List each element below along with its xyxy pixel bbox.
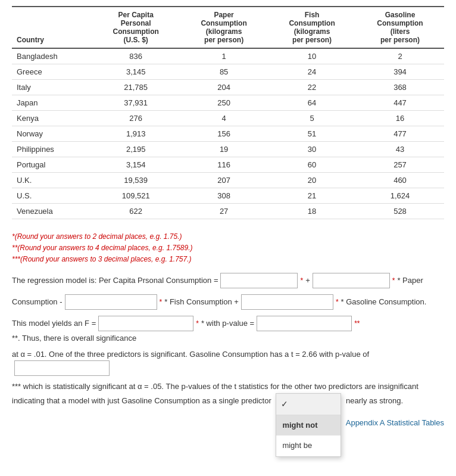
value-cell: 1,624	[356, 188, 444, 204]
country-cell: Portugal	[12, 157, 92, 173]
star-2: *	[392, 276, 395, 285]
value-cell: 27	[180, 204, 268, 219]
value-cell: 460	[356, 173, 444, 188]
gasoline-label: * Gasoline Consumption.	[341, 297, 427, 306]
star-3: *	[160, 298, 163, 306]
value-cell: 156	[180, 126, 268, 142]
value-cell: 21	[268, 188, 356, 204]
consumption-table: Country Per CapitaPersonalConsumption(U.…	[12, 6, 444, 219]
f-pvalue-line: This model yields an F = * * with p-valu…	[12, 316, 444, 343]
alpha-text: at α = .01. One of the three predictors …	[12, 350, 369, 359]
value-cell: 207	[180, 173, 268, 188]
paper-coef-input[interactable]	[313, 273, 390, 288]
value-cell: 447	[356, 95, 444, 111]
col-header-personal: Per CapitaPersonalConsumption(U.S. $)	[92, 7, 180, 48]
table-row: Italy21,78520422368	[12, 80, 444, 95]
value-cell: 836	[92, 48, 180, 64]
value-cell: 5	[268, 111, 356, 126]
dropdown-option-might-be[interactable]: might be	[276, 435, 341, 456]
country-cell: Bangladesh	[12, 48, 92, 64]
star-1: *	[300, 276, 303, 285]
value-cell: 30	[268, 142, 356, 157]
value-cell: 85	[180, 64, 268, 80]
value-cell: 37,931	[92, 95, 180, 111]
pvalue-input[interactable]	[257, 316, 352, 331]
col-header-country: Country	[12, 7, 92, 48]
country-cell: Philippines	[12, 142, 92, 157]
value-cell: 622	[92, 204, 180, 219]
value-cell: 2,195	[92, 142, 180, 157]
value-cell: 3,154	[92, 157, 180, 173]
sig-label: **. Thus, there is overall significance	[12, 334, 136, 343]
star-4: *	[336, 298, 339, 306]
notes-section: *(Round your answers to 2 decimal places…	[12, 231, 444, 266]
value-cell: 368	[356, 80, 444, 95]
note-3: ***(Round your answers to 3 decimal plac…	[12, 254, 444, 265]
star-5: *	[196, 319, 199, 328]
value-cell: 250	[180, 95, 268, 111]
regression-section: The regression model is: Per Capita Prso…	[12, 273, 444, 410]
pvalue-label: * with p-value =	[201, 319, 254, 328]
dropdown-check-row: ✓	[276, 394, 341, 415]
value-cell: 528	[356, 204, 444, 219]
check-icon: ✓	[281, 397, 288, 410]
f-input[interactable]	[98, 316, 193, 331]
regression-line-2: Consumption - * * Fish Consumption + * *…	[12, 294, 444, 310]
plus-sign: +	[305, 276, 310, 285]
value-cell: 308	[180, 188, 268, 204]
value-cell: 2	[356, 48, 444, 64]
table-row: Portugal3,15411660257	[12, 157, 444, 173]
country-cell: Italy	[12, 80, 92, 95]
f-label: This model yields an F =	[12, 319, 96, 328]
value-cell: 64	[268, 95, 356, 111]
table-row: Venezuela6222718528	[12, 204, 444, 219]
table-row: Japan37,93125064447	[12, 95, 444, 111]
value-cell: 204	[180, 80, 268, 95]
value-cell: 21,785	[92, 80, 180, 95]
value-cell: 10	[268, 48, 356, 64]
value-cell: 20	[268, 173, 356, 188]
col-header-gasoline: GasolineConsumption(litersper person)	[356, 7, 444, 48]
value-cell: 60	[268, 157, 356, 173]
value-cell: 43	[356, 142, 444, 157]
dropdown-option-might-not[interactable]: might not	[276, 415, 341, 436]
gas-pvalue-input[interactable]	[14, 360, 110, 376]
dropdown-box: ✓ might not might be	[276, 393, 341, 457]
value-cell: 18	[268, 204, 356, 219]
country-cell: Kenya	[12, 111, 92, 126]
table-row: Philippines2,195193043	[12, 142, 444, 157]
paper-label: * Paper	[397, 276, 423, 285]
dropdown-container[interactable]: ✓ might not might be	[276, 393, 341, 410]
table-row: Kenya2764516	[12, 111, 444, 126]
value-cell: 394	[356, 64, 444, 80]
country-cell: Norway	[12, 126, 92, 142]
significance-text-2: *** which is statistically significant a…	[12, 381, 444, 410]
value-cell: 4	[180, 111, 268, 126]
value-cell: 1	[180, 48, 268, 64]
col-header-paper: PaperConsumption(kilogramsper person)	[180, 7, 268, 48]
nearly-text: nearly as strong.	[346, 397, 403, 406]
intercept-input[interactable]	[220, 273, 298, 288]
value-cell: 19	[180, 142, 268, 157]
col-header-fish: FishConsumption(kilogramsper person)	[268, 7, 356, 48]
table-row: Greece3,1458524394	[12, 64, 444, 80]
star-6: **	[354, 319, 360, 328]
value-cell: 22	[268, 80, 356, 95]
value-cell: 3,145	[92, 64, 180, 80]
appendix-link[interactable]: Appendix A Statistical Tables	[346, 418, 444, 427]
country-cell: Japan	[12, 95, 92, 111]
value-cell: 16	[356, 111, 444, 126]
fish-coef-input[interactable]	[241, 294, 333, 310]
consumption-coef-input[interactable]	[65, 294, 157, 310]
value-cell: 1,913	[92, 126, 180, 142]
value-cell: 257	[356, 157, 444, 173]
table-row: U.S.109,521308211,624	[12, 188, 444, 204]
consumption-label: Consumption -	[12, 297, 63, 306]
table-row: Bangladesh8361102	[12, 48, 444, 64]
note-2: **(Round your answers to 4 decimal place…	[12, 242, 444, 254]
significance-text: at α = .01. One of the three predictors …	[12, 349, 444, 377]
country-cell: U.S.	[12, 188, 92, 204]
value-cell: 109,521	[92, 188, 180, 204]
regression-line-1: The regression model is: Per Capita Prso…	[12, 273, 444, 288]
value-cell: 276	[92, 111, 180, 126]
